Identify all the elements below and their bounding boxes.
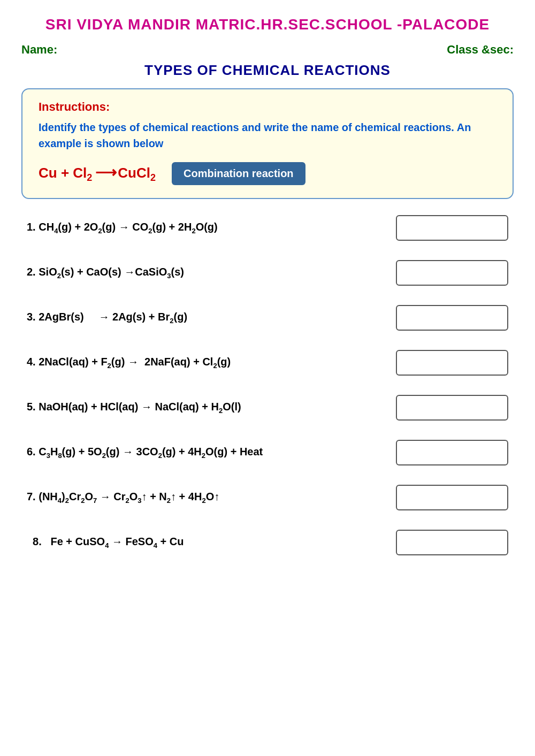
question-3-text: 3. 2AgBr(s) → 2Ag(s) + Br2(g): [27, 311, 396, 325]
instructions-text: Identify the types of chemical reactions…: [39, 119, 496, 151]
example-row: Cu + Cl2 ⟶ CuCl2 Combination reaction: [39, 162, 496, 185]
class-label: Class &sec:: [447, 43, 514, 57]
question-row-1: 1. CH4(g) + 2O2(g) → CO2(g) + 2H2O(g): [27, 215, 508, 241]
example-reactants: Cu + Cl2: [39, 165, 92, 184]
answer-box-7[interactable]: [396, 485, 508, 510]
instructions-heading: Instructions:: [39, 100, 496, 114]
school-title: SRI VIDYA MANDIR MATRIC.HR.SEC.SCHOOL -P…: [21, 16, 514, 33]
questions-section: 1. CH4(g) + 2O2(g) → CO2(g) + 2H2O(g) 2.…: [21, 215, 514, 555]
question-1-text: 1. CH4(g) + 2O2(g) → CO2(g) + 2H2O(g): [27, 221, 396, 235]
example-products: CuCl2: [118, 165, 156, 184]
name-class-row: Name: Class &sec:: [21, 43, 514, 57]
combination-reaction-label: Combination reaction: [172, 162, 305, 185]
answer-box-4[interactable]: [396, 350, 508, 376]
example-arrow: ⟶: [95, 164, 114, 181]
page-title: TYPES OF CHEMICAL REACTIONS: [21, 62, 514, 79]
question-8-text: 8. Fe + CuSO4 → FeSO4 + Cu: [27, 536, 396, 549]
question-row-3: 3. 2AgBr(s) → 2Ag(s) + Br2(g): [27, 305, 508, 331]
question-row-6: 6. C3H8(g) + 5O2(g) → 3CO2(g) + 4H2O(g) …: [27, 440, 508, 465]
answer-box-5[interactable]: [396, 395, 508, 421]
answer-box-2[interactable]: [396, 260, 508, 286]
instructions-box: Instructions: Identify the types of chem…: [21, 88, 514, 199]
question-4-text: 4. 2NaCl(aq) + F2(g) → 2NaF(aq) + Cl2(g): [27, 356, 396, 370]
question-5-text: 5. NaOH(aq) + HCl(aq) → NaCl(aq) + H2O(l…: [27, 401, 396, 415]
question-row-2: 2. SiO2(s) + CaO(s) →CaSiO3(s): [27, 260, 508, 286]
answer-box-3[interactable]: [396, 305, 508, 331]
answer-box-8[interactable]: [396, 530, 508, 555]
name-label: Name:: [21, 43, 57, 57]
answer-box-1[interactable]: [396, 215, 508, 241]
question-6-text: 6. C3H8(g) + 5O2(g) → 3CO2(g) + 4H2O(g) …: [27, 446, 396, 460]
example-equation: Cu + Cl2 ⟶ CuCl2: [39, 164, 156, 184]
question-row-5: 5. NaOH(aq) + HCl(aq) → NaCl(aq) + H2O(l…: [27, 395, 508, 421]
question-row-7: 7. (NH4)2Cr2O7 → Cr2O3↑ + N2↑ + 4H2O↑: [27, 485, 508, 510]
question-row-4: 4. 2NaCl(aq) + F2(g) → 2NaF(aq) + Cl2(g): [27, 350, 508, 376]
question-2-text: 2. SiO2(s) + CaO(s) →CaSiO3(s): [27, 266, 396, 280]
question-row-8: 8. Fe + CuSO4 → FeSO4 + Cu: [27, 530, 508, 555]
answer-box-6[interactable]: [396, 440, 508, 465]
question-7-text: 7. (NH4)2Cr2O7 → Cr2O3↑ + N2↑ + 4H2O↑: [27, 491, 396, 505]
